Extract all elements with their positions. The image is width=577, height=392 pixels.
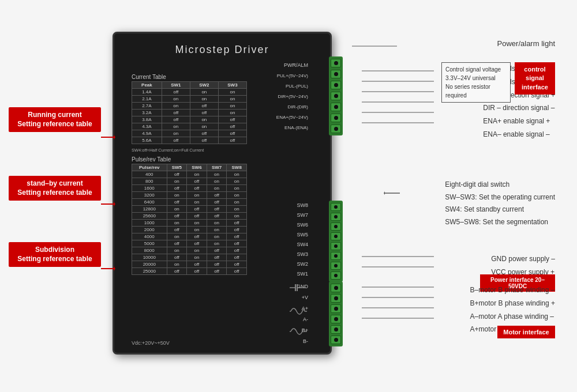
table-cell: off: [207, 199, 227, 206]
table-cell: on: [207, 240, 227, 247]
page-container: Microstep Driver Current Table Peak SW1 …: [0, 0, 577, 392]
table-cell: off: [187, 233, 207, 240]
table-cell: off: [167, 199, 187, 206]
table-cell: on: [190, 89, 218, 96]
terminal-pwr: [331, 59, 341, 67]
tables-container: Current Table Peak SW1 SW2 SW3 1.4Aoffon…: [132, 74, 247, 278]
table-row: 4.3Aononoff: [132, 123, 247, 130]
table-cell: 4.9A: [132, 130, 162, 137]
bottom-voltage: Vdc:+20V~+50V: [132, 340, 170, 346]
table-cell: 5000: [132, 240, 167, 247]
terminal-dir-p: [331, 92, 341, 100]
table-cell: off: [190, 103, 218, 110]
terminal-aplus: [331, 304, 341, 313]
table-row: 25000offoffoffoff: [132, 268, 247, 275]
table-row: 3.2Aoffoffon: [132, 110, 247, 116]
pulse-table: Pulse/rev SW5 SW6 SW7 SW8 400offononon80…: [132, 164, 247, 275]
table-cell: 1600: [132, 185, 167, 192]
col-sw1: SW1: [162, 82, 190, 89]
signal-lines-svg: [359, 61, 434, 130]
capacitor-svg: [290, 283, 307, 292]
table-cell: off: [162, 137, 190, 144]
b-plus-ann: B+motor B phase winding +: [470, 297, 555, 310]
sw-labels-inner: SW8 SW7 SW6 SW5 SW4 SW3 SW2 SW1: [297, 201, 308, 279]
ena-plus-inner: ENA+(5V~24V): [276, 112, 308, 123]
sw8-label: SW8: [297, 201, 308, 210]
table-cell: off: [187, 261, 207, 268]
terminal-gnd: [331, 284, 341, 292]
table-cell: off: [187, 206, 207, 213]
col-sw5: SW5: [167, 164, 187, 171]
motor-lines-svg: [359, 281, 434, 330]
ena-minus-inner: ENA-(ENA): [276, 123, 308, 133]
table-cell: on: [227, 213, 247, 220]
table-row: 10000offonoffoff: [132, 254, 247, 261]
terminal-vcc: [331, 294, 341, 303]
eight-digit-label: Eight-digit dial switch: [445, 179, 555, 191]
table-cell: off: [218, 116, 246, 123]
table-cell: on: [227, 171, 247, 178]
power-lines-svg: [359, 251, 434, 277]
terminal-ena-p: [331, 114, 341, 122]
col-sw3: SW3: [218, 82, 246, 89]
table-cell: on: [187, 171, 207, 178]
pulse-table-title: Pulse/rev Table: [132, 156, 247, 163]
b-minus-ann: B–motor B phase winding –: [470, 284, 555, 297]
sw-term-8: [331, 203, 341, 211]
table-cell: off: [187, 240, 207, 247]
sw-term-3: [331, 252, 341, 260]
table-cell: 800: [132, 178, 167, 185]
table-cell: off: [167, 227, 187, 233]
sw2-label: SW2: [297, 259, 308, 269]
table-cell: 1000: [132, 220, 167, 227]
table-cell: off: [162, 89, 190, 96]
dir-plus-inner: DIR+(5V~24V): [276, 92, 308, 102]
table-cell: off: [218, 130, 246, 137]
table-cell: on: [162, 96, 190, 103]
table-cell: off: [227, 240, 247, 247]
table-cell: on: [162, 123, 190, 130]
table-row: 5000offoffonoff: [132, 240, 247, 247]
table-cell: on: [227, 199, 247, 206]
table-cell: on: [167, 206, 187, 213]
dir-minus-inner: DIR-(DIR): [276, 102, 308, 112]
sw-term-2: [331, 262, 341, 270]
table-cell: on: [167, 261, 187, 268]
col-sw2: SW2: [190, 82, 218, 89]
terminal-ena-m: [331, 125, 341, 133]
table-row: 25600offoffoffon: [132, 213, 247, 220]
current-table-note: SW4:off=Half Current;on=Full Current: [132, 148, 247, 153]
table-cell: 3.8A: [132, 116, 162, 123]
table-cell: on: [162, 103, 190, 110]
col-pulse: Pulse/rev: [132, 164, 167, 171]
sw6-label: SW6: [297, 220, 308, 230]
table-cell: on: [190, 96, 218, 103]
table-cell: off: [207, 213, 227, 220]
sw-terminals: [329, 201, 343, 288]
gnd-power-label: GND power supply –: [491, 252, 555, 266]
device-title: Microstep Driver: [114, 33, 330, 56]
table-cell: 5.6A: [132, 137, 162, 144]
terminal-labels-inner: PWR/ALM PUL+(5V~24V) PUL-(PUL) DIR+(5V~2…: [276, 59, 308, 133]
table-cell: off: [167, 213, 187, 220]
sw5-sw8-label: SW5–SW8: Set the segmentation: [445, 216, 555, 229]
table-cell: 2.1A: [132, 96, 162, 103]
table-cell: on: [227, 178, 247, 185]
table-cell: 8000: [132, 247, 167, 254]
terminal-pul-p: [331, 70, 341, 78]
motor-interface-box: Motor interface: [497, 326, 555, 338]
table-cell: off: [190, 110, 218, 116]
table-cell: off: [207, 192, 227, 199]
table-cell: 25000: [132, 268, 167, 275]
sw-term-6: [331, 223, 341, 231]
sw-annotations: Eight-digit dial switch SW–SW3: Set the …: [445, 179, 555, 228]
table-cell: off: [187, 178, 207, 185]
table-cell: off: [207, 261, 227, 268]
power-alarm-light-label: Power/alarm light: [497, 39, 555, 48]
table-cell: off: [162, 116, 190, 123]
table-cell: 20000: [132, 261, 167, 268]
sw7-label: SW7: [297, 210, 308, 220]
table-cell: on: [187, 254, 207, 261]
power-motor-terminals: [329, 281, 343, 352]
table-row: 2000offononoff: [132, 227, 247, 233]
